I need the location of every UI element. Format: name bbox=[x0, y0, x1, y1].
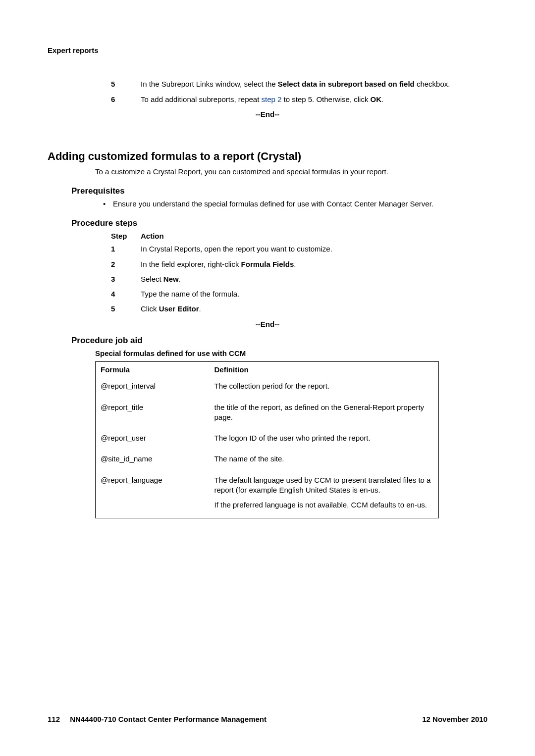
formula-cell: @report_user bbox=[96, 430, 210, 451]
procedure-steps-block: 1 In Crystal Reports, open the report yo… bbox=[111, 244, 487, 314]
proc-step-1: 1 In Crystal Reports, open the report yo… bbox=[111, 244, 487, 254]
step-text: In the Subreport Links window, select th… bbox=[141, 79, 487, 89]
end-marker: --End-- bbox=[48, 319, 487, 329]
definition-cell: The logon ID of the user who printed the… bbox=[210, 430, 439, 451]
step-text: Type the name of the formula. bbox=[141, 289, 487, 299]
page-number: 112 bbox=[48, 715, 60, 723]
page-footer: 112 NN44400-710 Contact Center Performan… bbox=[48, 714, 487, 724]
proc-step-4: 4 Type the name of the formula. bbox=[111, 289, 487, 299]
footer-date: 12 November 2010 bbox=[422, 714, 487, 724]
formula-cell: @site_id_name bbox=[96, 451, 210, 472]
col-action: Action bbox=[141, 231, 164, 241]
step-number: 3 bbox=[111, 274, 141, 284]
top-steps-block: 5 In the Subreport Links window, select … bbox=[111, 79, 487, 104]
formula-table: Formula Definition @report_interval The … bbox=[95, 361, 439, 518]
step-text: To add additional subreports, repeat ste… bbox=[141, 95, 487, 104]
step-text: In Crystal Reports, open the report you … bbox=[141, 244, 487, 254]
bullet-icon: • bbox=[103, 199, 113, 209]
formula-cell: @report_interval bbox=[96, 378, 210, 400]
step-number: 5 bbox=[111, 304, 141, 314]
table-row: @report_interval The collection period f… bbox=[96, 378, 439, 400]
top-step-6: 6 To add additional subreports, repeat s… bbox=[111, 95, 487, 104]
page-header-title: Expert reports bbox=[48, 46, 487, 55]
step-text: Select New. bbox=[141, 274, 487, 284]
step-number: 2 bbox=[111, 259, 141, 269]
table-row: @report_title the title of the report, a… bbox=[96, 400, 439, 431]
table-row: @report_language The default language us… bbox=[96, 472, 439, 518]
step-text: In the field explorer, right-click Formu… bbox=[141, 259, 487, 269]
definition-cell: The collection period for the report. bbox=[210, 378, 439, 400]
procedure-heading: Procedure steps bbox=[71, 218, 487, 229]
col-step: Step bbox=[111, 231, 141, 241]
proc-step-2: 2 In the field explorer, right-click For… bbox=[111, 259, 487, 269]
proc-step-3: 3 Select New. bbox=[111, 274, 487, 284]
definition-cell: the title of the report, as defined on t… bbox=[210, 400, 439, 431]
col-definition-header: Definition bbox=[210, 362, 439, 378]
step-text: Click User Editor. bbox=[141, 304, 487, 314]
table-header-row: Formula Definition bbox=[96, 362, 439, 378]
footer-left: 112 NN44400-710 Contact Center Performan… bbox=[48, 714, 267, 724]
formula-cell: @report_title bbox=[96, 400, 210, 431]
section-intro: To a customize a Crystal Report, you can… bbox=[95, 167, 487, 177]
step-number: 4 bbox=[111, 289, 141, 299]
table-row: @site_id_name The name of the site. bbox=[96, 451, 439, 472]
section-heading: Adding customized formulas to a report (… bbox=[48, 149, 487, 164]
job-aid-heading: Procedure job aid bbox=[71, 335, 487, 347]
step-number: 1 bbox=[111, 244, 141, 254]
table-row: @report_user The logon ID of the user wh… bbox=[96, 430, 439, 451]
step-number: 6 bbox=[111, 95, 141, 104]
prerequisite-item: • Ensure you understand the special form… bbox=[103, 199, 487, 209]
definition-cell: The default language used by CCM to pres… bbox=[210, 472, 439, 518]
definition-cell: The name of the site. bbox=[210, 451, 439, 472]
prerequisites-heading: Prerequisites bbox=[71, 186, 487, 197]
table-caption: Special formulas defined for use with CC… bbox=[95, 349, 487, 358]
doc-title: NN44400-710 Contact Center Performance M… bbox=[70, 715, 267, 723]
col-formula-header: Formula bbox=[96, 362, 210, 378]
proc-step-5: 5 Click User Editor. bbox=[111, 304, 487, 314]
prerequisite-text: Ensure you understand the special formul… bbox=[113, 199, 433, 209]
procedure-columns: Step Action bbox=[111, 231, 487, 241]
formula-cell: @report_language bbox=[96, 472, 210, 518]
step-number: 5 bbox=[111, 79, 141, 89]
top-step-5: 5 In the Subreport Links window, select … bbox=[111, 79, 487, 89]
end-marker: --End-- bbox=[48, 109, 487, 119]
